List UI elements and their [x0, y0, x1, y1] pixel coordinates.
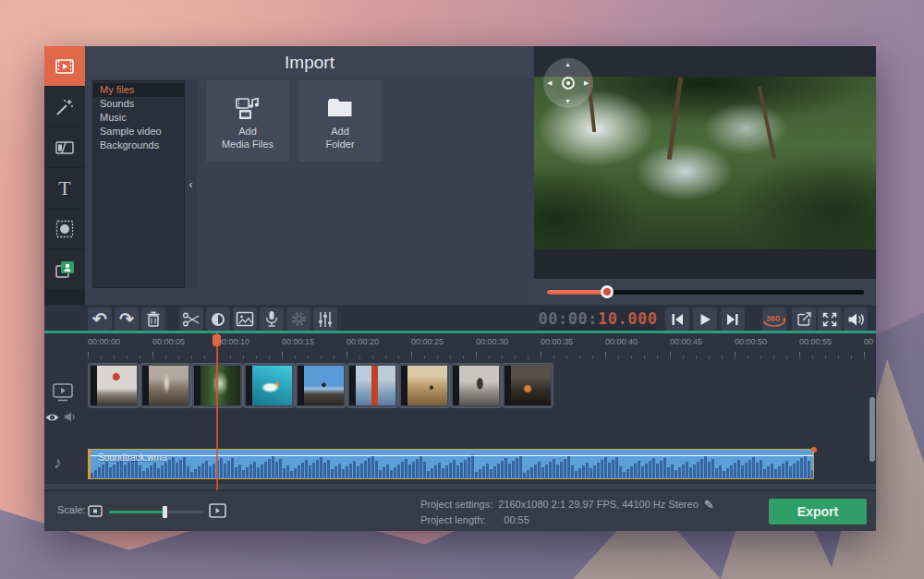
- timeline-clip-golden-gate-bridge[interactable]: [346, 363, 398, 408]
- delete-button[interactable]: [141, 308, 165, 331]
- add-folder-button[interactable]: Add Folder: [298, 80, 382, 162]
- collapse-panel-button[interactable]: ‹: [185, 80, 197, 288]
- color-adjust-button[interactable]: [206, 308, 230, 331]
- category-backgrounds[interactable]: Backgrounds: [93, 139, 184, 152]
- record-audio-button[interactable]: [260, 308, 284, 331]
- seek-row: [534, 279, 876, 305]
- audio-properties-button[interactable]: [313, 308, 337, 331]
- export-button[interactable]: Export: [769, 499, 867, 525]
- pan-center-icon[interactable]: [562, 77, 575, 90]
- share-frame-button[interactable]: [792, 308, 816, 331]
- edit-toolbar: ↶ ↷ 00:00:10.000: [44, 305, 876, 331]
- next-frame-button[interactable]: [721, 308, 745, 331]
- sidebar-item-chroma-key[interactable]: [44, 249, 85, 289]
- sidebar-item-import[interactable]: [44, 46, 85, 86]
- scale-slider[interactable]: [109, 511, 203, 513]
- callout-circle-icon: [54, 218, 76, 240]
- timeline-clip-paraglider[interactable]: [88, 363, 140, 408]
- timeline-clip-canyon-falls[interactable]: [140, 363, 191, 408]
- import-panel: Import My files Sounds Music Sample vide…: [85, 46, 534, 305]
- previous-frame-icon: [671, 313, 684, 326]
- split-button[interactable]: [179, 308, 203, 331]
- pan-down-icon[interactable]: ▼: [565, 98, 571, 104]
- chevron-left-icon: ‹: [189, 178, 193, 191]
- clip-settings-button[interactable]: [286, 308, 310, 331]
- rotate-360-icon: 360: [761, 310, 787, 329]
- audio-clip-soundtrack[interactable]: Soundtrack.wma: [88, 449, 814, 479]
- ruler-label: 00:00:50: [735, 337, 767, 346]
- pan-left-icon[interactable]: ◀: [547, 79, 552, 87]
- sidebar-item-filters[interactable]: [44, 87, 85, 127]
- redo-button[interactable]: ↷: [115, 308, 139, 331]
- add-media-files-button[interactable]: Add Media Files: [206, 80, 289, 162]
- pan-compass-control[interactable]: ▲ ▼ ◀ ▶: [543, 58, 593, 108]
- playhead-line[interactable]: [216, 333, 218, 490]
- fullscreen-button[interactable]: [818, 308, 842, 331]
- ruler-minor-ticks: [88, 356, 876, 359]
- track-visibility-eye-icon[interactable]: [44, 412, 60, 423]
- ruler-label: 00:00:00: [88, 337, 120, 346]
- add-media-files-label-line1: Add: [238, 125, 257, 138]
- rotate-360-button[interactable]: 360: [762, 308, 786, 331]
- volume-button[interactable]: [844, 308, 868, 331]
- ruler-label: 00:00:55: [799, 337, 832, 346]
- preview-panel: ▲ ▼ ◀ ▶: [534, 46, 876, 305]
- previous-frame-button[interactable]: [665, 308, 689, 331]
- timecode-elapsed: 00:00:: [539, 309, 598, 328]
- scale-slider-handle[interactable]: [163, 506, 167, 518]
- audio-clip-label: Soundtrack.wma: [98, 452, 166, 463]
- scale-label: Scale:: [57, 504, 86, 515]
- timeline-clip-canyon-road[interactable]: [398, 363, 450, 408]
- crop-button[interactable]: [233, 308, 257, 331]
- seek-bar[interactable]: [547, 290, 864, 295]
- pan-up-icon[interactable]: ▲: [565, 61, 571, 67]
- track-mute-speaker-icon[interactable]: [64, 411, 77, 423]
- redo-icon: ↷: [119, 310, 134, 328]
- add-folder-label-line1: Add: [331, 125, 349, 138]
- timeline[interactable]: 00:00:00 00:00:05 00:00:10 00:00:15 00:0…: [44, 333, 876, 490]
- sidebar-item-titles[interactable]: T: [44, 168, 85, 208]
- category-sounds[interactable]: Sounds: [93, 97, 184, 111]
- transition-filmstrip-icon: [54, 137, 76, 159]
- folder-icon: [324, 93, 356, 125]
- zoom-out-frame-icon[interactable]: [88, 505, 103, 517]
- audio-volume-line[interactable]: [91, 455, 813, 456]
- timeline-clip-skateboarder[interactable]: [450, 363, 502, 408]
- category-my-files[interactable]: My files: [93, 83, 184, 97]
- timeline-clip-mountain-climber[interactable]: [295, 363, 346, 408]
- equalizer-icon: [317, 311, 334, 328]
- scissors-icon: [182, 311, 201, 328]
- undo-icon: ↶: [92, 310, 107, 328]
- pan-right-icon[interactable]: ▶: [584, 79, 589, 87]
- timecode-fraction: 10.000: [598, 309, 657, 328]
- edit-pencil-icon[interactable]: ✎: [704, 497, 714, 513]
- project-settings-label: Project settings:: [420, 497, 492, 513]
- timeline-clip-sunset-lantern[interactable]: [502, 363, 553, 408]
- filmstrip-play-icon: [54, 55, 76, 78]
- timeline-vertical-scrollbar[interactable]: [869, 397, 875, 462]
- seek-handle[interactable]: [601, 285, 614, 298]
- magic-wand-icon: [54, 96, 76, 118]
- svg-text:360: 360: [766, 314, 780, 323]
- category-music[interactable]: Music: [93, 111, 184, 125]
- share-frame-icon: [796, 311, 812, 328]
- ruler-label: 00:00:25: [411, 337, 444, 346]
- status-bar: Scale: Project settings: 2160x1080 2:1 2…: [44, 490, 876, 531]
- playhead-marker[interactable]: [213, 334, 221, 346]
- video-track: [88, 363, 553, 408]
- ruler-label: 00:00:30: [476, 337, 508, 346]
- ruler-label: 00:00:40: [605, 337, 638, 346]
- zoom-in-frame-icon[interactable]: [209, 503, 226, 518]
- sidebar-item-callouts[interactable]: [44, 209, 85, 248]
- tool-sidebar: T: [44, 46, 85, 305]
- undo-button[interactable]: ↶: [88, 308, 112, 331]
- ruler-label: 00:00:35: [541, 337, 573, 346]
- timeline-bottom-strip: [44, 484, 876, 489]
- sidebar-item-transitions[interactable]: [44, 127, 85, 167]
- timeline-clip-surfer[interactable]: [243, 363, 295, 408]
- app-window: T Import My files Sounds Music Sample vi…: [44, 46, 876, 531]
- play-button[interactable]: [693, 308, 717, 331]
- category-sample-video[interactable]: Sample video: [93, 125, 184, 139]
- import-panel-header: Import: [85, 46, 534, 78]
- clip-trim-handle[interactable]: [811, 447, 817, 452]
